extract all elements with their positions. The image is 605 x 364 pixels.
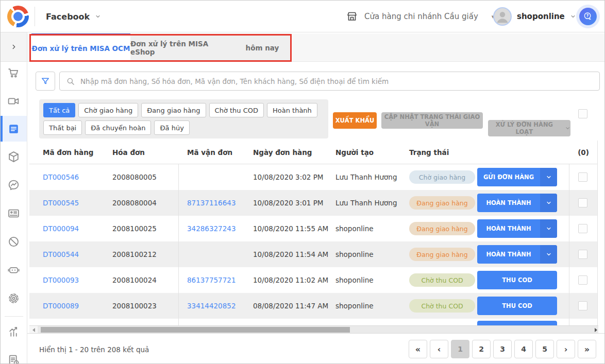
sidebar-item-orders[interactable] [1,116,27,142]
action-dropdown[interactable] [540,219,557,238]
row-checkbox[interactable] [578,250,587,259]
chip-delivering[interactable]: Đang giao hàng [141,103,206,117]
tracking-link[interactable]: 33414420852 [187,302,236,310]
chip-waiting-cod[interactable]: Chờ thu COD [209,103,264,117]
chip-failed[interactable]: Thất bại [43,120,82,135]
page-button-4[interactable]: 4 [514,340,533,358]
tab-today[interactable]: hôm nay [235,33,290,62]
page-button-3[interactable]: 3 [493,340,512,358]
column-header-tracking: Mã vận đơn [187,141,232,164]
scroll-left-arrow[interactable] [29,326,38,334]
tab-label: hôm nay [246,44,279,52]
status-filter-panel: Tất cả Chờ giao hàng Đang giao hàng Chờ … [39,99,328,138]
sidebar-item-blocked[interactable] [1,229,27,254]
status-badge: Đang giao hàng [409,248,475,261]
chip-all[interactable]: Tất cả [43,103,75,117]
action-label: HOÀN THÀNH [477,199,540,206]
order-id-link[interactable]: DT000094 [43,224,79,233]
sidebar-item-settings[interactable] [1,285,27,311]
row-checkbox[interactable] [578,301,587,310]
chip-returned[interactable]: Đã chuyển hoàn [85,120,151,135]
status-badge: Chờ thu COD [409,299,475,313]
invoice-number: 2008100023 [112,293,157,319]
sidebar-item-customers[interactable] [1,200,27,226]
status-badge: Đang giao hàng [409,222,475,235]
block-circle-icon [7,235,20,248]
collect-cod-button[interactable]: THU COD [477,297,557,315]
user-menu[interactable]: shoponline [493,1,576,32]
collect-cod-button[interactable]: THU COD [477,271,557,289]
column-header-creator: Người tạo [335,141,374,164]
order-id-link[interactable]: DT000093 [43,276,79,284]
row-checkbox[interactable] [578,198,587,207]
status-badge: Chờ thu COD [409,273,475,287]
action-dropdown[interactable] [540,245,557,264]
tab-label: Đơn xử lý trên MISA eShop [130,40,235,56]
column-header-order-date: Ngày đơn hàng [253,141,312,164]
chip-waiting-delivery[interactable]: Chờ giao hàng [78,103,138,117]
chevron-down-icon [546,174,552,180]
page-button-1[interactable]: 1 [451,340,469,358]
divider [35,7,35,26]
package-box-icon [7,150,20,163]
chip-cancelled[interactable]: Đã hủy [154,120,189,135]
store-selector[interactable]: Cửa hàng chi nhánh Cầu giấy ▾ [346,1,494,32]
results-summary: Hiển thị 1 - 20 trên 208 kết quả [39,334,149,364]
tab-misa-ocm[interactable]: Đơn xử lý trên MISA OCM [31,33,130,62]
complete-order-button[interactable]: HOÀN THÀNH [477,194,557,212]
scrollbar-thumb[interactable] [41,327,350,333]
select-all-checkbox[interactable] [578,109,587,118]
next-page-button[interactable]: › [557,340,575,358]
export-button[interactable]: XUẤT KHẨU [333,112,377,129]
chip-completed[interactable]: Hoàn thành [267,103,317,117]
sidebar-item-messages[interactable] [1,172,27,198]
tab-misa-eshop[interactable]: Đơn xử lý trên MISA eShop [130,33,235,62]
tracking-link[interactable]: 34286327243 [187,224,236,233]
complete-order-button[interactable]: HOÀN THÀNH [477,219,557,238]
username: shoponline [517,12,565,21]
order-id-link[interactable]: DT000544 [43,250,79,258]
scroll-right-arrow[interactable] [595,326,597,334]
page-button-5[interactable]: 5 [535,340,554,358]
tracking-link[interactable]: 87137116643 [187,199,236,207]
channel-selector[interactable]: Facebook [46,1,101,32]
filter-button[interactable] [36,72,55,91]
creator: Lưu Thanh Hương [335,164,397,190]
update-shipping-status-button[interactable]: CẬP NHẬT TRẠNG THÁI GIAO VẬN [381,112,483,129]
complete-order-button[interactable]: HOÀN THÀNH [477,245,557,264]
page-button-2[interactable]: 2 [472,340,491,358]
prev-page-button[interactable]: ‹ [430,340,448,358]
sidebar-item-livestream[interactable] [1,88,27,114]
sidebar-item-products[interactable] [1,144,27,169]
action-dropdown[interactable] [540,194,557,212]
first-page-button[interactable]: « [409,340,427,358]
order-id-link[interactable]: DT000089 [43,302,79,310]
column-header-status: Trạng thái [409,141,449,164]
divider [5,316,23,317]
last-page-button[interactable]: » [578,340,596,358]
shopping-cart-icon [7,66,20,79]
help-button[interactable]: ? [576,5,600,28]
action-dropdown[interactable] [540,168,557,186]
order-id-link[interactable]: DT000546 [43,173,79,181]
search-input[interactable] [80,77,593,85]
row-checkbox[interactable] [578,224,587,233]
action-label: GỬI ĐƠN HÀNG [477,174,540,181]
sidebar-item-analytics[interactable] [1,319,27,344]
batch-process-button[interactable]: XỬ LÝ ĐƠN HÀNG LOẠT [488,120,570,136]
tracking-link[interactable]: 86137757721 [187,276,236,284]
sidebar-item-reports[interactable] [1,347,27,364]
order-id-link[interactable]: DT000545 [43,199,79,207]
tab-strip: Đơn xử lý trên MISA OCM Đơn xử lý trên M… [27,33,605,62]
sidebar-item-cart[interactable] [1,60,27,85]
send-order-button[interactable]: GỬI ĐƠN HÀNG [477,168,557,186]
help-bubble-icon: ? [579,8,597,25]
sidebar-expand-button[interactable] [1,32,27,62]
svg-text:?: ? [586,13,589,18]
sidebar-item-chatbot[interactable] [1,257,27,283]
creator: Lưu Thanh Hương [335,190,397,216]
row-checkbox[interactable] [578,275,587,285]
status-badge: Chờ giao hàng [409,170,475,184]
row-checkbox[interactable] [578,172,587,182]
status-badge: Đang giao hàng [409,196,475,210]
